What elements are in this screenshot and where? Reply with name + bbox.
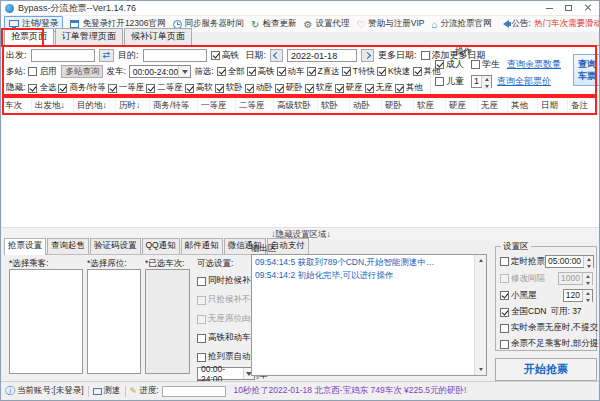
- spinner-arrows[interactable]: [582, 290, 592, 301]
- prev-date-button[interactable]: [270, 49, 283, 62]
- hide-seat-checkbox-7[interactable]: [275, 84, 284, 93]
- minimize-button[interactable]: [540, 1, 559, 15]
- column-header-8[interactable]: 软卧: [318, 98, 350, 113]
- settings-tab-2[interactable]: 验证码设置: [90, 238, 141, 254]
- depart-time-select[interactable]: 00:00-24:00: [129, 65, 191, 78]
- child-option[interactable]: 儿童: [435, 75, 464, 88]
- train-type-0[interactable]: 全部: [217, 66, 245, 78]
- hide-seat-2[interactable]: 一等座: [108, 82, 145, 94]
- interval-spinner[interactable]: 1000: [558, 272, 593, 285]
- student-checkbox[interactable]: [471, 60, 480, 69]
- scroll-up-icon[interactable]: [475, 255, 486, 266]
- optional-setting-checkbox-0[interactable]: [197, 277, 206, 286]
- column-header-2[interactable]: 目的地↓: [74, 98, 116, 113]
- hide-seat-10[interactable]: 无座: [365, 82, 393, 94]
- partial-submit-checkbox[interactable]: [500, 340, 509, 349]
- hsr-option[interactable]: 高铁: [211, 49, 240, 62]
- blackroom-checkbox[interactable]: [500, 291, 509, 300]
- hide-seat-checkbox-5[interactable]: [215, 84, 224, 93]
- train-type-checkbox-0[interactable]: [217, 67, 226, 76]
- hide-seat-checkbox-4[interactable]: [185, 84, 194, 93]
- column-header-11[interactable]: 软座: [414, 98, 446, 113]
- interval-checkbox[interactable]: [500, 274, 509, 283]
- start-grab-button[interactable]: 开始抢票: [495, 358, 597, 381]
- child-count-spinner[interactable]: 1: [471, 75, 492, 88]
- multi-enable-option[interactable]: 启用: [28, 66, 56, 78]
- add-more-dates-checkbox[interactable]: [421, 51, 430, 60]
- column-header-0[interactable]: 车次: [2, 98, 32, 113]
- train-type-3[interactable]: Z直达: [307, 66, 340, 78]
- cdn-checkbox[interactable]: [500, 308, 509, 317]
- hide-seat-checkbox-2[interactable]: [108, 84, 117, 93]
- column-header-9[interactable]: 动卧: [350, 98, 382, 113]
- hide-seat-checkbox-3[interactable]: [146, 84, 155, 93]
- train-type-checkbox-6[interactable]: [413, 67, 422, 76]
- hide-seat-checkbox-6[interactable]: [245, 84, 254, 93]
- column-header-7[interactable]: 高级软卧: [274, 98, 318, 113]
- query-remaining-link[interactable]: 查询余票数量: [507, 58, 561, 71]
- hide-seat-1[interactable]: 商务/特等: [58, 82, 105, 94]
- train-type-5[interactable]: K快速: [377, 66, 411, 78]
- official-site-button[interactable]: ⌂ 分流抢票官网: [432, 18, 492, 30]
- settings-tab-0[interactable]: 抢票设置: [4, 238, 46, 255]
- column-header-16[interactable]: 备注: [568, 98, 596, 113]
- check-update-button[interactable]: ↻ 检查更新: [251, 18, 296, 30]
- train-type-checkbox-2[interactable]: [277, 67, 286, 76]
- hsr-checkbox[interactable]: [211, 51, 220, 60]
- seats-listbox[interactable]: [87, 269, 141, 374]
- blackroom-spinner[interactable]: 120: [563, 289, 593, 302]
- query-all-prices-link[interactable]: 查询全部票价: [497, 75, 551, 88]
- hide-seat-0[interactable]: 全选: [28, 82, 56, 94]
- hide-seat-11[interactable]: 其他: [395, 82, 423, 94]
- output-scrollbar[interactable]: [474, 255, 486, 375]
- date-field[interactable]: 2022-01-18: [287, 49, 357, 62]
- child-checkbox[interactable]: [435, 77, 444, 86]
- train-type-checkbox-1[interactable]: [247, 67, 256, 76]
- timed-grab-checkbox[interactable]: [500, 257, 509, 266]
- page-tab-2[interactable]: 候补订单页面: [124, 28, 192, 45]
- student-option[interactable]: 学生: [471, 58, 500, 71]
- grab-time-range-select[interactable]: 00:00-24:00: [197, 367, 255, 380]
- train-type-2[interactable]: 动车: [277, 66, 305, 78]
- optional-setting-checkbox-3[interactable]: [197, 334, 206, 343]
- timed-grab-option[interactable]: 定时抢票: [500, 256, 545, 268]
- close-button[interactable]: [578, 1, 597, 15]
- optional-setting-checkbox-4[interactable]: [197, 353, 206, 362]
- optional-setting-checkbox-2[interactable]: [197, 315, 206, 324]
- hide-seat-7[interactable]: 硬卧: [275, 82, 303, 94]
- column-header-12[interactable]: 硬座: [446, 98, 478, 113]
- set-proxy-button[interactable]: ⚙ 设置代理: [303, 18, 349, 30]
- from-station-input[interactable]: [31, 49, 95, 62]
- hide-seat-8[interactable]: 软座: [305, 82, 333, 94]
- swap-stations-button[interactable]: ⇄: [99, 49, 115, 62]
- train-type-checkbox-3[interactable]: [307, 67, 316, 76]
- hide-seat-3[interactable]: 二等座: [146, 82, 183, 94]
- column-header-3[interactable]: 历时↓: [116, 98, 150, 113]
- train-table-body[interactable]: [2, 114, 600, 227]
- timed-grab-spinner[interactable]: 05:00:00: [545, 255, 594, 268]
- column-header-6[interactable]: 二等座: [236, 98, 274, 113]
- hide-seat-6[interactable]: 动卧: [245, 82, 273, 94]
- selected-trains-listbox[interactable]: [145, 269, 190, 374]
- column-header-4[interactable]: 商务/特等: [150, 98, 198, 113]
- scroll-down-icon[interactable]: [475, 364, 486, 375]
- column-header-10[interactable]: 硬卧: [382, 98, 414, 113]
- hide-seat-checkbox-1[interactable]: [58, 84, 67, 93]
- speed-test-button[interactable]: 测速: [93, 385, 121, 397]
- settings-tab-3[interactable]: QQ通知: [142, 238, 180, 254]
- multi-enable-checkbox[interactable]: [28, 67, 37, 76]
- spinner-arrows[interactable]: [481, 76, 491, 87]
- hide-seat-9[interactable]: 硬座: [335, 82, 363, 94]
- interval-option[interactable]: 修改间隔: [500, 273, 545, 285]
- partial-submit-option[interactable]: 余票不足乘客时,部分提交: [500, 338, 600, 350]
- page-tab-1[interactable]: 订单管理页面: [55, 28, 123, 45]
- vip-button[interactable]: ♡ 赞助与注册VIP: [356, 18, 424, 30]
- adult-checkbox[interactable]: [435, 60, 444, 69]
- multi-station-query-button[interactable]: 多站查询: [61, 65, 103, 78]
- adult-option[interactable]: 成人: [435, 58, 464, 71]
- hide-seat-checkbox-0[interactable]: [28, 84, 37, 93]
- hide-seat-checkbox-8[interactable]: [305, 84, 314, 93]
- train-type-4[interactable]: T特快: [342, 66, 375, 78]
- train-type-checkbox-5[interactable]: [377, 67, 386, 76]
- to-station-input[interactable]: [143, 49, 207, 62]
